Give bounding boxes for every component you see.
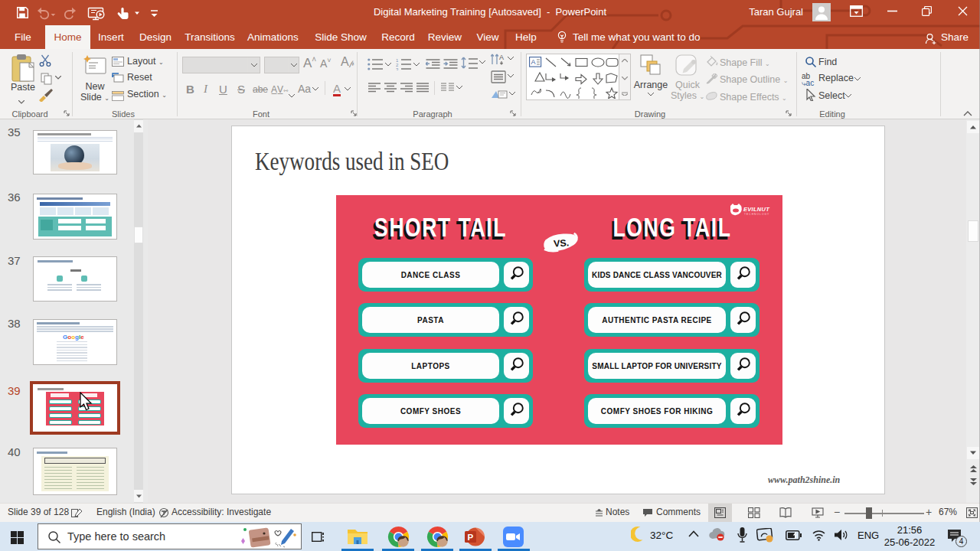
svg-text:VS.: VS.: [554, 237, 570, 249]
svg-text:TECHNOLOGY: TECHNOLOGY: [744, 213, 769, 216]
svg-text:A: A: [531, 58, 536, 66]
svg-text:EVILNUT: EVILNUT: [743, 206, 770, 213]
svg-text:3: 3: [396, 67, 399, 71]
svg-text:A: A: [499, 54, 504, 61]
svg-text:P: P: [468, 533, 474, 542]
